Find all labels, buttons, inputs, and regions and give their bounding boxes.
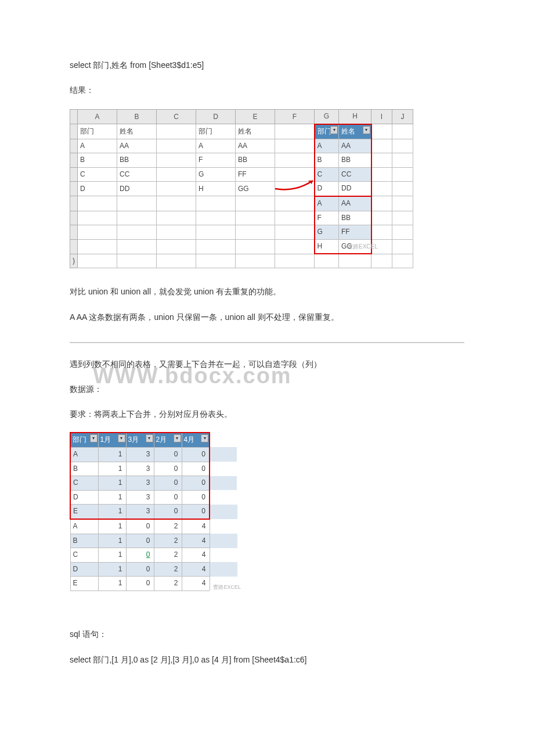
cell[interactable]: DD — [117, 182, 157, 196]
cell[interactable]: 0 — [182, 505, 210, 519]
cell[interactable]: 0 — [126, 577, 154, 591]
cell[interactable]: C — [78, 167, 117, 182]
cell[interactable]: 3 — [126, 505, 154, 519]
cell[interactable]: 2 — [154, 577, 182, 591]
cell[interactable]: 0 — [154, 447, 182, 462]
cell[interactable]: 部门 — [78, 124, 117, 139]
cell[interactable]: 1 — [98, 505, 126, 519]
cell[interactable]: C — [70, 476, 98, 491]
cell[interactable]: GG — [236, 182, 275, 196]
cell[interactable]: 1 — [98, 447, 126, 462]
cell[interactable]: BB — [117, 153, 157, 168]
cell[interactable]: FF — [339, 225, 371, 240]
cell[interactable]: 部门 — [196, 124, 236, 139]
cell[interactable]: B — [70, 462, 98, 476]
cell[interactable]: 1 — [98, 534, 126, 548]
cell[interactable]: A — [315, 139, 339, 153]
cell[interactable]: 3 — [126, 462, 154, 476]
pivot-header-month[interactable]: 3月▾ — [126, 433, 154, 447]
cell[interactable]: 0 — [182, 447, 210, 462]
pivot-header-dept[interactable]: 部门▾ — [70, 433, 98, 447]
cell[interactable]: A — [196, 139, 236, 153]
cell[interactable]: BB — [236, 153, 275, 168]
cell[interactable]: 3 — [126, 447, 154, 462]
cell[interactable]: 4 — [182, 534, 210, 548]
cell[interactable]: 2 — [154, 548, 182, 563]
dropdown-icon[interactable]: ▾ — [174, 434, 181, 442]
dropdown-icon[interactable]: ▾ — [330, 126, 338, 134]
cell[interactable]: BB — [339, 211, 371, 225]
cell[interactable]: 1 — [98, 519, 126, 534]
cell[interactable]: 1 — [98, 490, 126, 505]
cell[interactable]: CC — [117, 167, 157, 182]
cell[interactable]: A — [315, 196, 339, 211]
cell[interactable]: C — [315, 167, 339, 182]
cell[interactable]: 2 — [154, 534, 182, 548]
cell[interactable]: 4 — [182, 562, 210, 577]
dropdown-icon[interactable]: ▾ — [146, 434, 153, 442]
cell[interactable]: A — [70, 519, 98, 534]
pivot-dept-header[interactable]: 部门▾ — [315, 124, 339, 139]
cell[interactable]: D — [315, 182, 339, 196]
cell[interactable]: F — [315, 211, 339, 225]
cell[interactable]: D — [70, 562, 98, 577]
cell[interactable]: E — [70, 577, 98, 591]
cell[interactable]: 1 — [98, 548, 126, 563]
cell[interactable]: 1 — [98, 562, 126, 577]
cell[interactable]: 3 — [126, 476, 154, 491]
cell[interactable]: 2 — [154, 562, 182, 577]
cell[interactable]: AA — [117, 139, 157, 153]
cell[interactable]: D — [78, 182, 117, 196]
cell[interactable]: AA — [236, 139, 275, 153]
cell[interactable]: 0 — [154, 505, 182, 519]
cell[interactable]: B — [315, 153, 339, 168]
dropdown-icon[interactable]: ▾ — [118, 434, 125, 442]
cell[interactable]: GG壹路EXCEL — [339, 239, 371, 254]
cell[interactable]: 4 — [182, 577, 210, 591]
cell[interactable]: D — [70, 490, 98, 505]
cell[interactable]: 3 — [126, 490, 154, 505]
cell[interactable]: H — [315, 239, 339, 254]
cell[interactable]: 姓名 — [236, 124, 275, 139]
pivot-name-header[interactable]: 姓名▾ — [339, 124, 371, 139]
cell[interactable]: 0 — [154, 490, 182, 505]
cell[interactable]: 0 — [126, 519, 154, 534]
cell[interactable]: E — [70, 505, 98, 519]
dropdown-icon[interactable]: ▾ — [90, 434, 98, 442]
cell[interactable]: 4 — [182, 548, 210, 563]
cell[interactable]: G — [196, 167, 236, 182]
cell[interactable]: FF — [236, 167, 275, 182]
cell[interactable]: B — [70, 534, 98, 548]
cell[interactable]: 0 — [154, 476, 182, 491]
cell[interactable]: 0 — [126, 548, 154, 563]
pivot-header-month[interactable]: 4月▾ — [182, 433, 210, 447]
cell[interactable]: 1 — [98, 577, 126, 591]
cell[interactable]: CC — [339, 167, 371, 182]
cell[interactable]: 0 — [154, 462, 182, 476]
cell[interactable]: 姓名 — [117, 124, 157, 139]
cell[interactable]: B — [78, 153, 117, 168]
cell[interactable]: A — [70, 447, 98, 462]
cell[interactable]: AA — [339, 196, 371, 211]
cell[interactable]: F — [196, 153, 236, 168]
cell[interactable]: 2 — [154, 519, 182, 534]
pivot-header-month[interactable]: 1月▾ — [98, 433, 126, 447]
cell[interactable]: 0 — [182, 490, 210, 505]
cell[interactable]: C — [70, 548, 98, 563]
cell[interactable]: 0 — [182, 462, 210, 476]
cell[interactable]: A — [78, 139, 117, 153]
cell[interactable]: 0 — [182, 476, 210, 491]
pivot-header-month[interactable]: 2月▾ — [154, 433, 182, 447]
cell[interactable]: 0 — [126, 534, 154, 548]
cell[interactable]: 1 — [98, 476, 126, 491]
dropdown-icon[interactable]: ▾ — [363, 126, 370, 134]
cell[interactable]: 4 — [182, 519, 210, 534]
cell[interactable]: H — [196, 182, 236, 196]
cell[interactable]: BB — [339, 153, 371, 168]
cell[interactable]: AA — [339, 139, 371, 153]
cell[interactable]: 0 — [126, 562, 154, 577]
cell[interactable]: DD — [339, 182, 371, 196]
dropdown-icon[interactable]: ▾ — [201, 434, 208, 442]
cell[interactable]: 1 — [98, 462, 126, 476]
cell[interactable]: G — [315, 225, 339, 240]
